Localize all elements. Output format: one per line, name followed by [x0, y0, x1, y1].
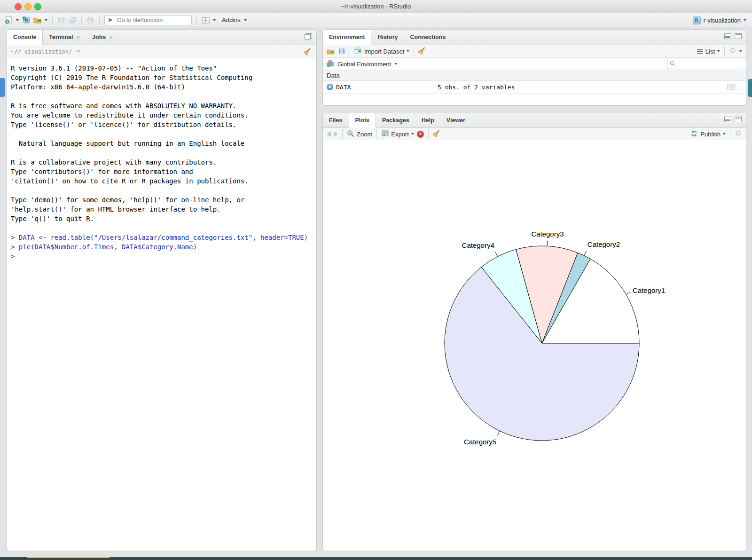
tab-plots[interactable]: Plots [349, 113, 376, 128]
toolbar-separator [342, 129, 343, 139]
tab-console-label: Console [13, 34, 36, 40]
pie-label-category5: Category5 [464, 438, 496, 446]
console-output-line: Type 'demo()' for some demos, 'help()' f… [11, 195, 313, 205]
minimize-plots-pane-icon[interactable] [724, 117, 731, 122]
toolbar-separator [350, 47, 350, 56]
clear-console-icon[interactable] [304, 47, 312, 57]
minimize-environment-pane-icon[interactable] [724, 33, 731, 39]
console-output[interactable]: R version 3.6.1 (2019-07-05) -- "Action … [7, 58, 316, 266]
addins-menu[interactable]: Addins [222, 16, 241, 24]
console-output-line [11, 129, 313, 139]
project-name: r-visualization [704, 17, 741, 24]
console-output-line [11, 92, 313, 101]
tab-files-label: Files [329, 117, 343, 124]
toolbar-separator [414, 47, 414, 56]
save-all-icon[interactable] [69, 16, 77, 24]
project-dropdown-icon [744, 19, 746, 21]
environment-search-box[interactable] [667, 59, 741, 69]
save-workspace-icon[interactable] [337, 47, 345, 55]
expand-object-icon[interactable] [327, 84, 333, 90]
tab-jobs[interactable]: Jobs × [86, 30, 119, 45]
toolbar-separator [196, 15, 197, 25]
load-workspace-icon[interactable] [327, 47, 335, 55]
clear-all-plots-icon[interactable] [433, 129, 441, 139]
pie-tick [626, 292, 631, 295]
previous-plot-icon[interactable] [327, 131, 331, 137]
environment-search-input[interactable] [678, 60, 731, 68]
publish-icon [690, 130, 698, 139]
project-menu-button[interactable]: R r-visualization [693, 13, 746, 27]
close-jobs-tab-icon[interactable]: × [109, 34, 113, 40]
tab-files[interactable]: Files [323, 113, 349, 127]
environment-scope-label[interactable]: Global Environment [337, 61, 391, 68]
goto-directory-icon[interactable] [75, 48, 82, 55]
open-file-dropdown-icon[interactable] [45, 19, 47, 21]
new-file-icon[interactable] [5, 16, 13, 24]
import-dataset-button[interactable]: Import Dataset [354, 47, 409, 55]
pie-tick [495, 252, 498, 257]
tab-console[interactable]: Console [7, 30, 43, 45]
save-icon[interactable] [57, 16, 65, 24]
refresh-environment-dropdown-icon[interactable] [739, 50, 742, 52]
environment-object-row[interactable]: DATA 5 obs. of 2 variables [323, 81, 746, 94]
tab-packages[interactable]: Packages [376, 113, 415, 127]
zoom-plot-label: Zoom [357, 131, 372, 138]
console-prompt-line[interactable]: > [11, 252, 313, 261]
tab-environment[interactable]: Environment [323, 30, 371, 45]
tab-packages-label: Packages [382, 117, 409, 124]
export-plot-button[interactable]: Export [381, 130, 414, 138]
maximize-plots-pane-icon[interactable] [735, 117, 742, 122]
refresh-environment-icon[interactable] [729, 47, 736, 56]
publish-plot-button[interactable]: Publish [690, 130, 726, 139]
list-view-button[interactable]: List [705, 48, 720, 55]
pane-layout-icon[interactable] [202, 16, 210, 24]
tab-terminal[interactable]: Terminal × [43, 30, 86, 45]
console-output-line: Type 'contributors()' for more informati… [11, 167, 313, 176]
search-icon [670, 61, 675, 68]
view-data-grid-icon[interactable] [727, 84, 736, 92]
tab-viewer[interactable]: Viewer [440, 113, 471, 127]
console-input-line: > DATA <- read.table("/Users/lsalazar/co… [11, 233, 313, 242]
new-project-icon[interactable]: R [22, 16, 30, 24]
plot-display-area: Category1Category2Category3Category4Cate… [323, 140, 746, 551]
maximize-environment-pane-icon[interactable] [735, 33, 742, 39]
zoom-plot-button[interactable]: Zoom [347, 130, 372, 139]
console-output-line: You are welcome to redistribute it under… [11, 110, 313, 120]
next-plot-icon[interactable] [334, 131, 338, 137]
global-environment-icon [327, 60, 334, 68]
console-output-line: Platform: x86_64-apple-darwin15.6.0 (64-… [11, 82, 313, 92]
maximize-console-pane-icon[interactable] [305, 33, 312, 39]
environment-data-section-header: Data [323, 71, 746, 81]
goto-file-search[interactable] [104, 15, 192, 25]
pane-layout-dropdown-icon[interactable] [213, 19, 216, 21]
clear-environment-icon[interactable] [418, 47, 426, 56]
open-file-icon[interactable] [33, 16, 41, 24]
close-terminal-tab-icon[interactable]: × [76, 34, 80, 40]
tab-viewer-label: Viewer [446, 117, 465, 124]
pie-tick [547, 241, 548, 246]
tab-connections[interactable]: Connections [404, 30, 452, 45]
project-r-icon: R [693, 16, 701, 24]
console-output-line [11, 223, 313, 233]
goto-file-input[interactable] [116, 16, 179, 24]
window-title: ~/r-visualization - RStudio [0, 0, 752, 13]
plots-toolbar: Zoom Export × Publish [323, 128, 746, 141]
pie-label-category1: Category1 [633, 286, 665, 294]
addins-dropdown-icon[interactable] [244, 19, 247, 21]
print-icon[interactable] [86, 16, 94, 24]
pie-label-category3: Category3 [531, 230, 564, 238]
console-output-line [11, 186, 313, 195]
plots-pane: Files Plots Packages Help Viewer Zoom [322, 113, 746, 551]
refresh-plot-icon[interactable] [735, 129, 742, 139]
goto-arrow-icon [108, 16, 113, 24]
tab-history[interactable]: History [371, 30, 404, 45]
title-bar: ~/r-visualization - RStudio [0, 0, 752, 14]
console-input-line: > pie(DATA$Number.of.Times, DATA$Categor… [11, 242, 313, 252]
tab-help[interactable]: Help [415, 113, 440, 127]
console-output-line: R is a collaborative project with many c… [11, 158, 313, 167]
new-file-dropdown-icon[interactable] [16, 19, 19, 21]
console-output-line: Type 'q()' to quit R. [11, 214, 313, 223]
remove-plot-icon[interactable]: × [417, 131, 424, 138]
environment-pane: Environment History Connections Import D… [322, 29, 746, 106]
environment-scope-dropdown-icon[interactable] [394, 63, 397, 65]
